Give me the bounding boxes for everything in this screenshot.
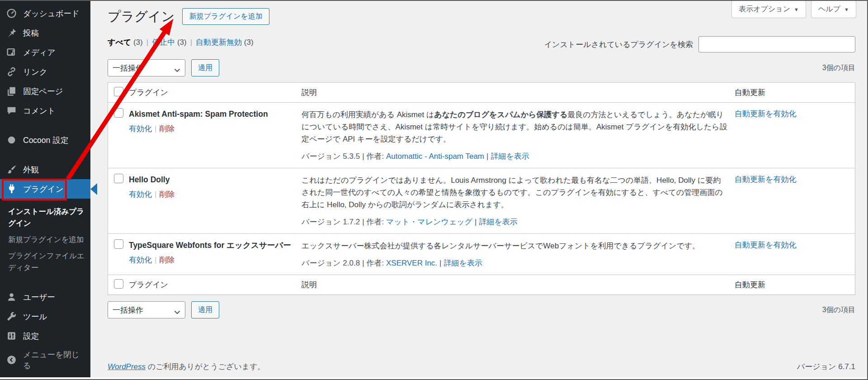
author-link[interactable]: XSERVER Inc. xyxy=(386,259,437,267)
comment-icon xyxy=(6,105,17,116)
collapse-arrow-icon xyxy=(6,354,17,366)
admin-footer: WordPress のご利用ありがとうございます。 バージョン 6.7.1 xyxy=(108,361,855,372)
sidebar-item-posts[interactable]: 投稿 xyxy=(0,23,90,43)
window-frame-top xyxy=(0,0,868,1)
sliders-icon xyxy=(6,330,17,342)
search-plugins-input[interactable] xyxy=(698,36,855,52)
bulk-action-select[interactable]: 一括操作 xyxy=(108,301,185,318)
sidebar-item-plugins[interactable]: プラグイン xyxy=(0,179,90,199)
activate-link[interactable]: 有効化 xyxy=(129,190,152,199)
activate-link[interactable]: 有効化 xyxy=(129,256,152,264)
sidebar-item-label: 設定 xyxy=(23,331,39,342)
sidebar-item-label: ツール xyxy=(23,311,47,322)
bulk-action-select[interactable]: 一括操作 xyxy=(108,59,185,76)
enable-auto-update-link[interactable]: 自動更新を有効化 xyxy=(735,109,796,118)
user-icon xyxy=(6,291,17,303)
delete-link[interactable]: 削除 xyxy=(159,124,175,133)
filter-inactive[interactable]: 停止中 (3) xyxy=(152,38,187,47)
chevron-down-icon: ▼ xyxy=(794,7,799,12)
sidebar-item-label: 投稿 xyxy=(23,28,39,38)
link-icon xyxy=(6,66,17,77)
wordpress-link[interactable]: WordPress xyxy=(108,362,146,371)
enable-auto-update-link[interactable]: 自動更新を有効化 xyxy=(735,241,796,249)
sidebar-item-appearance[interactable]: 外観 xyxy=(0,160,90,179)
footer-version: バージョン 6.7.1 xyxy=(797,361,855,372)
plugin-name: Hello Dolly xyxy=(129,174,295,185)
submenu-add-new-plugin[interactable]: 新規プラグインを追加 xyxy=(8,231,86,247)
column-header-auto-update: 自動更新 xyxy=(735,275,855,294)
items-count: 3個の項目 xyxy=(822,305,855,315)
screen-meta-tabs: 表示オプション ▼ ヘルプ ▼ xyxy=(731,1,856,18)
column-header-description: 説明 xyxy=(302,275,735,294)
footer-thanks: WordPress のご利用ありがとうございます。 xyxy=(108,361,265,372)
screen-options-button[interactable]: 表示オプション ▼ xyxy=(731,1,806,18)
sidebar-item-comments[interactable]: コメント xyxy=(0,101,90,120)
table-footer-row: プラグイン 説明 自動更新 xyxy=(108,275,855,294)
apply-button[interactable]: 適用 xyxy=(191,301,219,318)
media-icon xyxy=(6,47,17,58)
pages-icon xyxy=(6,86,17,97)
submenu-plugin-file-editor[interactable]: プラグインファイルエディター xyxy=(8,247,86,276)
sidebar-item-users[interactable]: ユーザー xyxy=(0,287,90,307)
row-checkbox[interactable] xyxy=(114,239,123,249)
filter-all[interactable]: すべて (3) xyxy=(108,38,143,47)
sidebar-item-cocoon-settings[interactable]: Cocoon 設定 xyxy=(0,130,90,150)
activate-link[interactable]: 有効化 xyxy=(129,124,152,133)
plugin-description: 何百万もの利用実績がある Akismet はあなたのブログをスパムから保護する最… xyxy=(302,109,728,145)
circle-icon xyxy=(6,134,17,146)
submenu-installed-plugins[interactable]: インストール済みプラグイン xyxy=(8,203,86,231)
view-details-link[interactable]: 詳細を表示 xyxy=(479,218,517,226)
filter-auto-update-disabled[interactable]: 自動更新無効 (3) xyxy=(196,38,254,47)
main-content: 表示オプション ▼ ヘルプ ▼ プラグイン 新規プラグインを追加 すべて (3)… xyxy=(90,0,868,377)
sidebar-item-media[interactable]: メディア xyxy=(0,43,90,62)
table-row: Akismet Anti-spam: Spam Protection 有効化|削… xyxy=(108,102,855,168)
view-details-link[interactable]: 詳細を表示 xyxy=(444,259,482,267)
paintbrush-icon xyxy=(6,164,17,175)
delete-link[interactable]: 削除 xyxy=(159,190,175,199)
column-header-plugin: プラグイン xyxy=(129,83,302,102)
pushpin-icon xyxy=(6,27,17,38)
table-header-row: プラグイン 説明 自動更新 xyxy=(108,83,855,102)
author-link[interactable]: マット・マレンウェッグ xyxy=(386,218,472,226)
select-all-checkbox[interactable] xyxy=(114,87,123,96)
table-row: TypeSquare Webfonts for エックスサーバー 有効化|削除 … xyxy=(108,233,855,275)
plugin-description: これはただのプラグインではありません。Louis Armstrong によって歌… xyxy=(302,174,728,211)
enable-auto-update-link[interactable]: 自動更新を有効化 xyxy=(735,175,796,184)
plugin-meta: バージョン 1.7.2|作者: マット・マレンウェッグ|詳細を表示 xyxy=(302,217,728,227)
row-checkbox[interactable] xyxy=(114,174,123,183)
wrench-icon xyxy=(6,311,17,322)
wordpress-admin: ダッシュボード 投稿 メディア リンク 固定ページ xyxy=(0,0,868,377)
sidebar-item-label: プラグイン xyxy=(23,184,64,195)
sidebar-item-label: ダッシュボード xyxy=(23,8,80,19)
table-row: Hello Dolly 有効化|削除 これはただのプラグインではありません。Lo… xyxy=(108,168,855,233)
sidebar-item-tools[interactable]: ツール xyxy=(0,307,90,326)
add-new-plugin-button[interactable]: 新規プラグインを追加 xyxy=(182,8,269,25)
apply-button[interactable]: 適用 xyxy=(191,59,219,76)
bulk-actions-toolbar-bottom: 一括操作 適用 3個の項目 xyxy=(108,301,855,318)
plugin-name: Akismet Anti-spam: Spam Protection xyxy=(129,109,295,119)
chevron-down-icon: ▼ xyxy=(844,7,849,12)
plugin-meta: バージョン 2.0.8|作者: XSERVER Inc.|詳細を表示 xyxy=(302,258,728,268)
plugin-meta: バージョン 5.3.5|作者: Automattic - Anti-spam T… xyxy=(302,151,728,162)
sidebar-item-pages[interactable]: 固定ページ xyxy=(0,81,90,101)
sidebar-item-label: コメント xyxy=(23,105,56,116)
author-link[interactable]: Automattic - Anti-spam Team xyxy=(386,152,484,161)
sidebar-item-dashboard[interactable]: ダッシュボード xyxy=(0,4,90,23)
delete-link[interactable]: 削除 xyxy=(159,256,175,264)
sidebar-item-label: 外観 xyxy=(23,164,39,175)
help-button[interactable]: ヘルプ ▼ xyxy=(811,1,856,18)
select-all-checkbox[interactable] xyxy=(114,279,123,289)
sidebar-item-links[interactable]: リンク xyxy=(0,62,90,81)
sidebar-item-label: ユーザー xyxy=(23,292,55,303)
sidebar-item-label: メニューを閉じる xyxy=(23,349,86,371)
view-details-link[interactable]: 詳細を表示 xyxy=(491,152,529,161)
column-header-description: 説明 xyxy=(302,83,735,102)
sidebar-item-collapse-menu[interactable]: メニューを閉じる xyxy=(0,350,90,370)
column-header-plugin: プラグイン xyxy=(129,275,302,294)
sidebar-item-label: Cocoon 設定 xyxy=(23,135,68,146)
sidebar-item-settings[interactable]: 設定 xyxy=(0,326,90,346)
page-title: プラグイン xyxy=(108,7,175,25)
items-count: 3個の項目 xyxy=(822,63,855,73)
plug-icon xyxy=(6,183,17,195)
row-checkbox[interactable] xyxy=(114,108,123,118)
